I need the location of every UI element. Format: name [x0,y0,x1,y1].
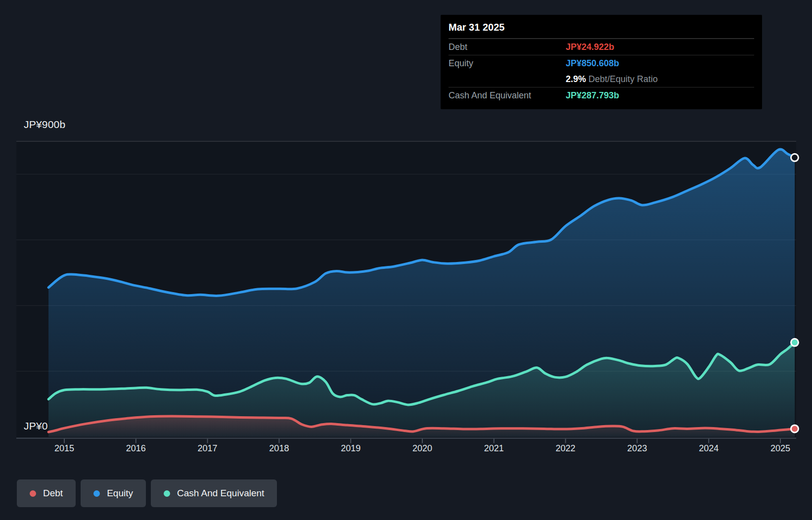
x-axis-label-2016: 2016 [116,443,156,454]
legend-item-debt[interactable]: Debt [17,479,76,507]
tooltip-date: Mar 31 2025 [449,22,754,39]
cash-and-equivalent-endpoint-marker[interactable] [791,339,798,346]
tooltip-ratio-value: 2.9% [566,74,586,84]
debt-equity-history-chart: JP¥900b JP¥0 201520162017201820192020202… [0,0,812,520]
tooltip-cash-label: Cash And Equivalent [449,90,566,101]
tooltip-row-ratio: 2.9% Debt/Equity Ratio [449,71,754,87]
tooltip-debt-label: Debt [449,42,566,52]
tooltip-ratio: 2.9% Debt/Equity Ratio [566,74,754,85]
legend-debt-label: Debt [43,488,63,499]
tooltip-row-cash: Cash And Equivalent JP¥287.793b [449,87,754,103]
cash-dot-icon [164,490,170,497]
tooltip-row-debt: Debt JP¥24.922b [449,39,754,55]
x-axis-label-2022: 2022 [546,443,586,454]
legend-item-equity[interactable]: Equity [81,479,146,507]
legend-equity-label: Equity [107,488,133,499]
tooltip-ratio-label: Debt/Equity Ratio [588,74,658,84]
x-axis-label-2023: 2023 [617,443,657,454]
y-axis-label-max: JP¥900b [24,119,65,130]
x-axis-label-2021: 2021 [474,443,514,454]
tooltip-cash-value: JP¥287.793b [566,90,754,101]
x-axis-label-2020: 2020 [403,443,442,454]
x-axis-label-2025: 2025 [761,443,800,454]
tooltip-debt-value: JP¥24.922b [566,42,754,52]
tooltip-equity-value: JP¥850.608b [566,58,754,69]
debt-dot-icon [30,490,36,497]
chart-tooltip: Mar 31 2025 Debt JP¥24.922b Equity JP¥85… [441,15,762,109]
tooltip-equity-label: Equity [449,58,566,69]
x-axis-label-2015: 2015 [45,443,84,454]
x-axis-ticks [64,439,780,443]
legend-item-cash[interactable]: Cash And Equivalent [151,479,277,507]
y-axis-label-zero: JP¥0 [24,420,48,432]
tooltip-row-equity: Equity JP¥850.608b [449,55,754,71]
x-axis-label-2024: 2024 [689,443,728,454]
x-axis-label-2019: 2019 [331,443,370,454]
equity-dot-icon [93,490,100,497]
chart-legend: Debt Equity Cash And Equivalent [17,479,277,507]
legend-cash-label: Cash And Equivalent [177,488,264,499]
equity-endpoint-marker[interactable] [791,154,798,161]
x-axis-label-2017: 2017 [188,443,227,454]
x-axis-label-2018: 2018 [259,443,299,454]
debt-endpoint-marker[interactable] [791,425,798,433]
